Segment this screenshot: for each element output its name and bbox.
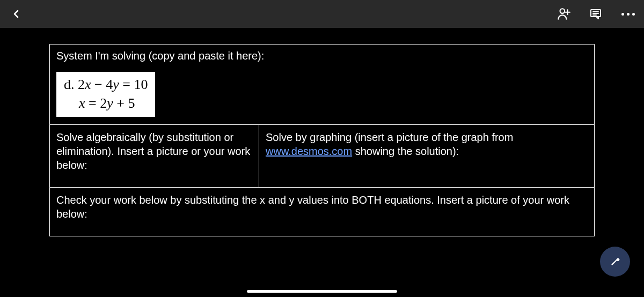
person-add-icon [557,7,570,21]
desmos-link[interactable]: www.desmos.com [266,145,352,157]
header-left-group [8,5,25,23]
comments-button[interactable] [587,5,604,23]
row-solve: Solve algebraically (by substitution or … [50,125,594,187]
comments-icon [589,8,602,20]
home-indicator[interactable] [247,290,397,293]
back-icon [10,8,23,20]
equation-line-2: x = 2y + 5 [64,94,148,113]
row-check-work: Check your work below by substituting th… [50,187,594,236]
svg-marker-8 [617,259,619,261]
svg-point-0 [560,9,565,13]
document-content: System I'm solving (copy and paste it he… [0,28,644,236]
system-title: System I'm solving (copy and paste it he… [56,50,588,62]
cell-solve-algebraically: Solve algebraically (by substitution or … [50,125,259,187]
worksheet-table: System I'm solving (copy and paste it he… [49,44,595,236]
more-button[interactable] [619,5,636,23]
app-header [0,0,644,28]
header-right-group [555,5,636,23]
edit-fab[interactable] [600,247,630,277]
graphing-text-after: showing the solution): [352,145,459,157]
add-person-button[interactable] [555,5,572,23]
back-button[interactable] [8,5,25,23]
more-icon [621,13,635,16]
graphing-text-before: Solve by graphing (insert a picture of t… [266,131,513,143]
row-system: System I'm solving (copy and paste it he… [50,44,594,125]
edit-icon [609,256,621,268]
cell-solve-graphing: Solve by graphing (insert a picture of t… [259,125,594,187]
equation-line-1: d. 2x − 4y = 10 [64,75,148,94]
equation-image: d. 2x − 4y = 10 x = 2y + 5 [56,72,155,117]
